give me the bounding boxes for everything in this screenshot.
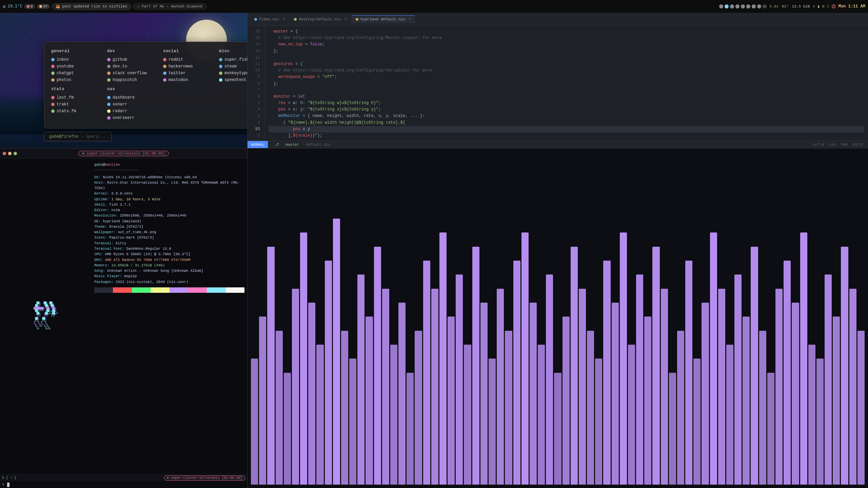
menu-section-general: general inbox youtube chatgpt photos	[51, 49, 100, 83]
menu-item-radarr[interactable]: radarr	[107, 108, 156, 115]
vis-bar-66	[792, 303, 799, 485]
menu-item-dashboard[interactable]: dashboard	[107, 94, 156, 101]
tab-hyprland-nix[interactable]: hyprland default.nix ×	[352, 15, 415, 23]
terminal-minimize-dot[interactable]	[8, 152, 12, 155]
terminal-body: ██╗ ██╗ ██╗ ██╔╝ ╚██╗╚██╗ ███████╗╚██╗╚█…	[0, 159, 247, 474]
sysinfo-cpu: CPU: AMD Ryzen 9 5900X (24) @ 3.7GHz [66…	[94, 251, 244, 257]
menu-title-misc: misc	[219, 49, 248, 54]
menu-item-photos[interactable]: photos	[51, 77, 100, 83]
ws-dot-6[interactable]	[746, 4, 750, 8]
ln-6: 6	[250, 94, 260, 100]
ws-dot-9[interactable]	[763, 4, 767, 8]
menu-item-hoppscotch[interactable]: hoppscotch	[107, 77, 156, 83]
vis-bar-67	[800, 232, 807, 485]
terminal-prompt-line[interactable]: >	[0, 482, 247, 488]
menu-item-overseerr[interactable]: overseerr	[107, 115, 156, 121]
menu-dot-speedtest	[219, 78, 222, 82]
menu-item-inbox[interactable]: inbox	[51, 56, 100, 63]
menu-label-lastfm: last.fm	[57, 95, 74, 100]
visualizer-panel	[248, 148, 868, 488]
ln-8: 8	[250, 81, 260, 87]
ws-dot-8[interactable]	[757, 4, 761, 8]
close-tab-hyprland[interactable]: ×	[409, 17, 411, 22]
ws-dot-4[interactable]	[735, 4, 739, 8]
status-zoom: 56%	[841, 143, 848, 147]
tab-flake-nix[interactable]: flake.nix ×	[250, 16, 289, 23]
menu-item-youtube[interactable]: youtube	[51, 63, 100, 70]
terminal-maximize-dot[interactable]	[14, 152, 17, 155]
code-new-on-top: new_on_top = false;	[269, 41, 864, 48]
sysinfo-termfont: Terminal Font: DankMono-Regular 13.0	[94, 246, 244, 251]
close-tab-flake[interactable]: ×	[282, 17, 285, 22]
music-track: Hannah Diamond	[171, 4, 202, 8]
menu-item-trakt[interactable]: trakt	[51, 101, 100, 108]
editor-body: 16 15 14 13 12 11 10 9 8 7 6 5 4 3 2 93 …	[248, 26, 868, 141]
code-monitor-let: monitor = let	[269, 94, 864, 100]
menu-dot-steam	[219, 65, 222, 68]
menu-item-hackernews[interactable]: hackernews	[163, 63, 212, 70]
vis-bar-52	[677, 331, 684, 485]
firefox-bookmark-menu[interactable]: general inbox youtube chatgpt photos	[44, 42, 248, 128]
color-bar	[94, 287, 244, 293]
ws-dot-5[interactable]	[741, 4, 745, 8]
menu-item-lastfm[interactable]: last.fm	[51, 94, 100, 101]
vis-bar-70	[825, 274, 832, 485]
vis-bar-28	[480, 303, 488, 485]
visualizer	[248, 148, 868, 488]
terminal-title: super-cluster-v2/vessels [01:06:35]	[87, 151, 165, 156]
menu-item-stackoverflow[interactable]: stack overflow	[107, 70, 156, 77]
vis-bar-31	[505, 331, 512, 485]
neofetch-userhost: gabe@bastion	[94, 162, 244, 167]
menu-item-statsfm[interactable]: stats.fm	[51, 108, 100, 115]
menu-dot-youtube	[51, 65, 55, 68]
menu-item-chatgpt[interactable]: chatgpt	[51, 70, 100, 77]
tab-desktop-nix[interactable]: desktop/default.nix ×	[290, 16, 351, 23]
music-pill[interactable]: ♪ Part of Me — Hannah Diamond	[133, 3, 206, 9]
menu-item-speedtest[interactable]: speedtest	[219, 77, 248, 83]
menu-item-mastodon[interactable]: mastodon	[163, 77, 212, 83]
sys-temp: 61°	[782, 4, 789, 8]
code-gestures-close: };	[269, 81, 864, 87]
menu-item-github[interactable]: github	[107, 56, 156, 63]
menu-item-sonarr[interactable]: sonarr	[107, 101, 156, 108]
vis-bar-58	[726, 345, 733, 485]
ln-16: 16	[250, 28, 260, 35]
menu-label-inbox: inbox	[57, 57, 69, 62]
menu-item-monkeytype[interactable]: monkeytype	[219, 70, 248, 77]
menu-item-reddit[interactable]: reddit	[163, 56, 212, 63]
sysinfo-os: OS: NixOS 24.11.20240716.ad0b5ee (Vicuna…	[94, 175, 244, 180]
power-icon: ⏻	[831, 4, 836, 9]
code-editor: flake.nix × desktop/default.nix × hyprla…	[248, 13, 868, 148]
address-bar[interactable]: gabe@firefox › query...	[44, 132, 112, 141]
menu-item-devto[interactable]: dev.to	[107, 63, 156, 70]
vis-bar-26	[464, 345, 471, 485]
mem-badge: 47	[37, 4, 50, 9]
ws-dot-3[interactable]	[730, 4, 734, 8]
sysinfo-editor: Editor: nvim	[94, 207, 244, 213]
menu-item-steam[interactable]: steam	[219, 63, 248, 70]
topbar: ⚙ 19.1°C 8 47 🦊 post updated rice to nix…	[0, 0, 868, 13]
menu-item-superfish[interactable]: super.fish	[219, 56, 248, 63]
terminal-panel: ● super-cluster-v2/vessels [01:06:35] ██…	[0, 148, 248, 488]
ws-dot-2[interactable]	[725, 4, 729, 8]
music-icon: ♪	[137, 4, 140, 8]
vis-bar-1	[259, 317, 266, 485]
ws-dot-1[interactable]	[719, 4, 723, 8]
close-tab-desktop[interactable]: ×	[344, 17, 347, 22]
menu-label-photos: photos	[57, 78, 71, 82]
terminal-header: ● super-cluster-v2/vessels [01:06:35]	[0, 148, 247, 159]
ln-13: 13	[250, 48, 260, 55]
status-mode: NORMAL	[248, 141, 268, 148]
terminal-close-dot[interactable]	[3, 152, 6, 155]
menu-item-twitter[interactable]: twitter	[163, 70, 212, 77]
vis-bar-54	[693, 359, 701, 485]
code-content[interactable]: master = { # See https://wiki.hyprland.o…	[264, 26, 868, 141]
ws-dot-7[interactable]	[752, 4, 756, 8]
vis-bar-38	[563, 317, 570, 485]
ln-1a: 1	[250, 133, 260, 139]
workspace-dots[interactable]	[719, 4, 767, 8]
prompt-cursor	[7, 483, 9, 487]
vis-bar-5	[292, 289, 299, 485]
vis-bar-48	[644, 317, 651, 485]
app-pill[interactable]: 🦊 post updated rice to nixfiles	[52, 3, 131, 10]
